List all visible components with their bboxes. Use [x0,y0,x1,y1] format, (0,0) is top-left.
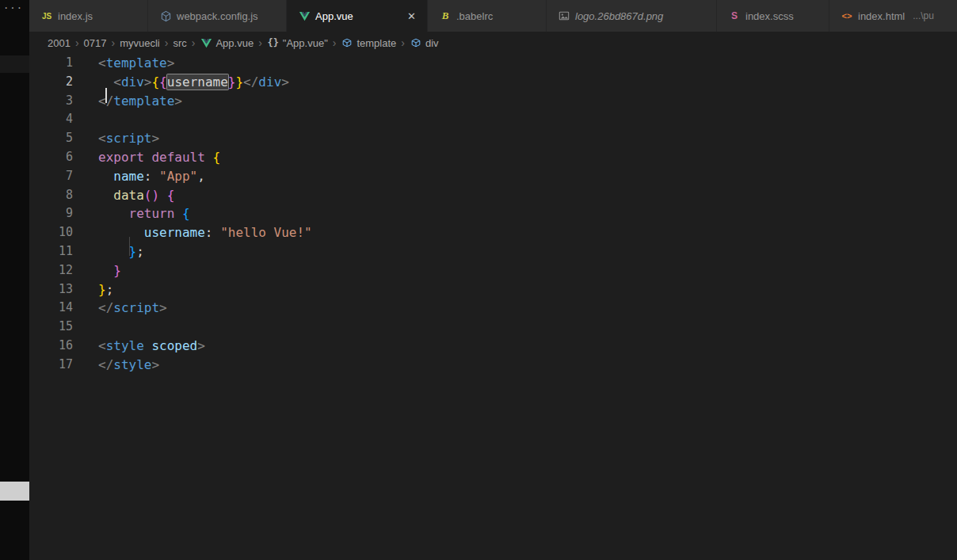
tab-close-button[interactable]: ✕ [404,10,419,22]
token: { [213,150,221,165]
token: } [235,74,243,90]
code-line[interactable]: 4 [29,110,957,129]
tab-label: index.js [58,10,93,22]
code-text: <template> [98,54,174,73]
code-line[interactable]: 5<script> [29,129,957,148]
breadcrumb-separator: › [258,36,262,49]
tab-index-js[interactable]: JSindex.js [29,0,148,32]
line-number: 10 [29,223,73,242]
token: style [113,357,151,372]
activity-bar: ··· [0,0,29,560]
token [159,188,167,203]
breadcrumb-label: src [173,37,186,49]
token [174,206,182,221]
token: "hello Vue!" [220,225,312,240]
tab-babelrc[interactable]: B.babelrc [428,0,547,32]
line-number: 4 [29,110,73,129]
breadcrumb-label: App.vue [215,37,254,49]
breadcrumb-item-2001[interactable]: 2001 [48,37,71,49]
breadcrumb-item-app-vue[interactable]: {}"App.vue" [267,36,328,49]
line-number: 3 [29,92,73,111]
line-number: 7 [29,167,73,186]
token: > [151,357,159,372]
token: { [167,188,175,203]
code-line[interactable]: 16<style scoped> [29,337,957,356]
symbol-box-icon [410,36,422,49]
code-line[interactable]: 12 } [29,261,957,280]
breadcrumb-label: template [356,37,396,49]
sass-icon: S [728,10,741,22]
code-line[interactable]: 1<template> [29,54,957,73]
code-text: }; [98,280,113,299]
code-text: <script> [98,129,159,148]
code-line[interactable]: 3</template> [29,92,957,111]
token: < [98,55,106,70]
overflow-menu-button[interactable]: ··· [0,0,29,15]
line-number: 2 [29,73,73,92]
breadcrumb-separator: › [192,36,196,49]
token: data [113,188,144,203]
breadcrumb-label: 2001 [48,37,71,49]
code-text: </style> [98,356,159,375]
tab-label: index.scss [745,10,794,22]
code-line[interactable]: 17</style> [29,356,957,375]
token: </ [243,74,258,90]
code-line[interactable]: 8 data() { [29,186,957,205]
tab-index-html[interactable]: <>index.html...\pu [829,0,957,32]
token: > [174,93,182,109]
code-line[interactable]: 7 name: "App", [29,167,957,186]
tab-logo-26bd867d-png[interactable]: logo.26bd867d.png [547,0,717,32]
token: > [151,131,159,146]
breadcrumb-item-div[interactable]: div [410,36,439,49]
token: div [121,74,144,90]
breadcrumb-item-src[interactable]: src [173,37,186,49]
tab-index-scss[interactable]: Sindex.scss [717,0,829,32]
breadcrumb-item-0717[interactable]: 0717 [84,37,107,49]
braces-icon: {} [267,36,280,49]
token: script [113,300,159,315]
code-line[interactable]: 11 }; [29,242,957,261]
breadcrumb-separator: › [165,36,169,49]
webpack-icon [159,10,172,22]
token: , [197,169,205,184]
token [144,150,152,165]
token: : [205,225,220,240]
token: > [197,338,205,353]
symbol-box-icon [341,36,353,49]
line-number: 15 [29,318,73,337]
code-text: } [98,261,121,280]
tab-webpack-config-js[interactable]: webpack.config.js [148,0,287,32]
line-number: 11 [29,242,73,261]
token: </ [98,300,113,315]
tab-app-vue[interactable]: App.vue✕ [287,0,428,32]
breadcrumb-item-app-vue[interactable]: App.vue [200,36,254,49]
token: > [167,55,175,70]
babel-icon: B [439,10,452,22]
breadcrumb: 2001›0717›myvuecli›src›App.vue›{}"App.vu… [29,32,957,54]
breadcrumb-separator: › [333,36,337,49]
code-text: }; [98,242,144,261]
code-area: 1<template>2 <div>{{username}}</div>3</t… [29,54,957,375]
code-text: export default { [98,148,220,167]
javascript-icon: JS [40,10,53,22]
token: } [228,74,236,90]
breadcrumb-item-template[interactable]: template [341,36,396,49]
line-number: 13 [29,280,73,299]
breadcrumb-separator: › [75,36,79,49]
breadcrumb-separator: › [112,36,116,49]
vue-icon [200,36,212,49]
code-line[interactable]: 9 return { [29,204,957,223]
code-line[interactable]: 6export default { [29,148,957,167]
code-line[interactable]: 2 <div>{{username}}</div> [29,73,957,92]
code-line[interactable]: 14</script> [29,299,957,318]
code-line[interactable]: 15 [29,318,957,337]
editor-group: JSindex.jswebpack.config.jsApp.vue✕B.bab… [29,0,957,560]
editor[interactable]: 1<template>2 <div>{{username}}</div>3</t… [29,54,957,560]
code-line[interactable]: 10 username: "hello Vue!" [29,223,957,242]
token: : [144,169,159,184]
token: </ [98,357,113,372]
breadcrumb-item-myvuecli[interactable]: myvuecli [120,37,160,49]
image-icon [558,10,570,22]
token [98,188,113,203]
code-line[interactable]: 13}; [29,280,957,299]
